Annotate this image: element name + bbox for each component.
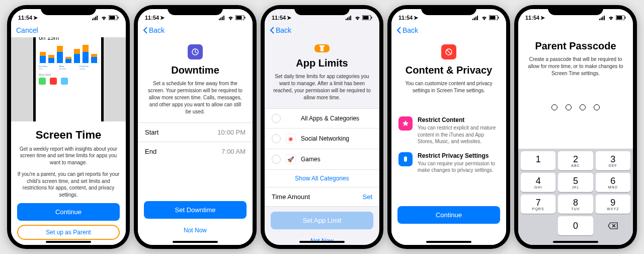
category-games[interactable]: 🚀 Games	[265, 149, 379, 170]
page-title: Parent Passcode	[518, 40, 633, 52]
screen-2: 11:54➤ Back Downtime Set a schedule for …	[138, 9, 253, 245]
svg-rect-26	[477, 16, 478, 20]
svg-rect-3	[97, 16, 98, 20]
not-now-button[interactable]: Not Now	[144, 223, 247, 238]
key-delete[interactable]	[596, 216, 630, 235]
screen-3: 11:54➤ Back App Limits Set daily time li…	[265, 9, 379, 245]
facetime-icon	[39, 78, 46, 85]
page-title: Downtime	[138, 65, 253, 76]
home-indicator[interactable]	[426, 241, 471, 243]
svg-rect-33	[602, 17, 603, 20]
set-downtime-button[interactable]: Set Downtime	[144, 201, 247, 219]
radio-button[interactable]	[272, 155, 281, 164]
signal-icon	[599, 16, 606, 20]
key-3[interactable]: 3DEF	[596, 151, 630, 170]
description: Set a schedule for time away from the sc…	[138, 80, 253, 115]
category-all[interactable]: All Apps & Categories	[265, 109, 379, 129]
time-amount-label: Time Amount	[272, 193, 310, 201]
nav-bar: Back	[391, 23, 506, 37]
app-icon	[61, 78, 68, 85]
usage-chart	[39, 43, 98, 64]
feature-title: Restrict Privacy Settings	[418, 152, 499, 159]
downtime-icon	[188, 44, 203, 59]
key-9[interactable]: 9WXYZ	[596, 195, 630, 214]
info-sheet: Screen Time Get a weekly report with ins…	[11, 121, 126, 245]
key-7[interactable]: 7PQRS	[521, 195, 555, 214]
screen-1: 11:54 ➤ Cancel SCREEN TIME	[11, 9, 126, 245]
signal-icon	[346, 16, 353, 20]
mini-phone: SCREEN TIME Daily Average 6h 15m	[33, 37, 104, 121]
page-title: Content & Privacy	[391, 65, 506, 76]
show-all-button[interactable]: Show All Categories	[265, 170, 379, 187]
continue-button[interactable]: Continue	[397, 206, 500, 224]
key-2[interactable]: 2ABC	[558, 151, 593, 170]
key-blank	[521, 216, 555, 235]
chevron-left-icon	[143, 27, 148, 34]
feature-desc: You can require your permission to make …	[418, 160, 499, 174]
back-button[interactable]: Back	[396, 26, 418, 34]
svg-rect-2	[95, 17, 96, 20]
svg-rect-17	[349, 17, 350, 20]
key-0[interactable]: 0	[558, 216, 593, 235]
social-icon: ◉	[286, 134, 296, 144]
key-4[interactable]: 4GHI	[521, 173, 555, 192]
end-time-row[interactable]: End 7:00 AM	[138, 142, 253, 161]
setup-parent-button[interactable]: Set up as Parent	[17, 225, 120, 240]
start-time-row[interactable]: Start 10:00 PM	[138, 123, 253, 142]
wifi-icon	[354, 16, 361, 20]
svg-rect-32	[601, 18, 602, 20]
radio-button[interactable]	[272, 134, 281, 143]
notch	[168, 5, 223, 15]
svg-rect-29	[498, 17, 499, 19]
svg-rect-7	[219, 19, 220, 20]
time-amount-row[interactable]: Time Amount Set	[265, 187, 379, 207]
svg-rect-6	[118, 17, 119, 19]
hero-illustration: SCREEN TIME Daily Average 6h 15m	[11, 37, 126, 121]
svg-rect-28	[490, 16, 496, 20]
description-1: Get a weekly report with insights about …	[17, 146, 120, 166]
description: Set daily time limits for app categories…	[265, 73, 379, 101]
restrict-privacy-feature: Restrict Privacy Settings You can requir…	[391, 152, 506, 174]
radio-button[interactable]	[272, 114, 281, 123]
category-social[interactable]: ◉ Social Networking	[265, 129, 379, 149]
phone-2: 11:54➤ Back Downtime Set a schedule for …	[134, 5, 257, 249]
svg-rect-20	[363, 16, 369, 20]
numeric-keypad: 1 2ABC 3DEF 4GHI 5JKL 6MNO 7PQRS 8TUV 9W…	[518, 149, 633, 238]
svg-rect-36	[617, 16, 622, 20]
passcode-dot	[594, 104, 600, 110]
svg-rect-13	[245, 17, 246, 19]
continue-button[interactable]: Continue	[17, 203, 120, 221]
back-button[interactable]: Back	[143, 26, 165, 34]
signal-icon	[472, 16, 479, 20]
key-6[interactable]: 6MNO	[596, 173, 630, 192]
home-indicator[interactable]	[173, 241, 218, 243]
key-1[interactable]: 1	[521, 151, 555, 170]
content-privacy-icon	[441, 44, 456, 59]
phone-4: 11:54➤ Back Content & Privacy You can cu…	[387, 5, 510, 249]
set-app-limit-button[interactable]: Set App Limit	[271, 212, 373, 229]
home-indicator[interactable]	[553, 241, 598, 243]
nav-bar	[518, 23, 633, 37]
star-icon	[398, 116, 413, 131]
nav-bar: Cancel	[11, 23, 126, 37]
feature-desc: You can restrict explicit and mature con…	[418, 124, 499, 145]
feature-title: Restrict Content	[418, 116, 499, 123]
home-indicator[interactable]	[299, 241, 345, 243]
screen-4: 11:54➤ Back Content & Privacy You can cu…	[391, 9, 506, 245]
svg-rect-9	[222, 17, 223, 20]
passcode-dot	[566, 104, 572, 110]
battery-icon	[235, 15, 246, 20]
chevron-left-icon	[270, 27, 275, 34]
location-icon: ➤	[160, 15, 165, 21]
not-now-button[interactable]: Not Now	[271, 233, 373, 245]
cancel-button[interactable]: Cancel	[16, 26, 38, 34]
notch	[421, 5, 476, 15]
back-button[interactable]: Back	[270, 26, 291, 34]
key-5[interactable]: 5JKL	[558, 173, 593, 192]
wifi-icon	[608, 16, 614, 20]
svg-rect-12	[236, 16, 242, 20]
home-indicator[interactable]	[46, 241, 91, 243]
key-8[interactable]: 8TUV	[558, 195, 593, 214]
wifi-icon	[227, 16, 234, 20]
set-link[interactable]: Set	[362, 193, 372, 201]
